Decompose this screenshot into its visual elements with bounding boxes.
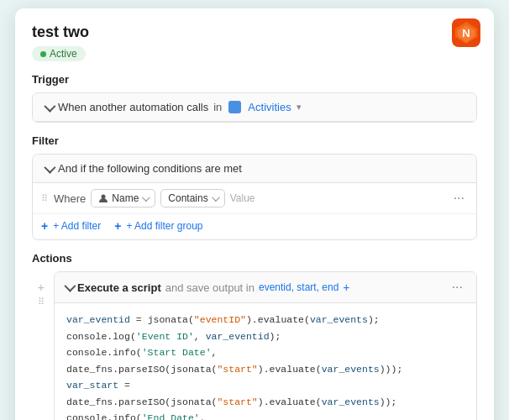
main-window: N test two Active Trigger When another a… [15, 8, 494, 420]
filter-body: ⠿ Where Name Contains Value ··· [33, 183, 476, 239]
activities-chevron-icon: ▾ [296, 102, 302, 113]
page-title: test two [32, 24, 477, 41]
add-filter-button[interactable]: + + Add filter [41, 220, 101, 232]
operator-chevron-icon [212, 193, 220, 202]
actions-cards: Execute a script and save output in even… [54, 271, 477, 420]
plus-icon: + [41, 220, 48, 232]
filter-add-row: + + Add filter + + Add filter group [33, 214, 476, 239]
trigger-header[interactable]: When another automation calls in Activit… [33, 93, 476, 122]
script-more-button[interactable]: ··· [449, 280, 466, 295]
app-icon: N [452, 18, 480, 47]
add-variable-button[interactable]: + [343, 281, 349, 294]
actions-left-icons: + ⠿ [32, 271, 50, 307]
trigger-card: When another automation calls in Activit… [32, 92, 477, 123]
script-header-left: Execute a script and save output in even… [65, 281, 350, 294]
filter-more-button[interactable]: ··· [450, 191, 468, 206]
field-select[interactable]: Name [91, 189, 155, 207]
trigger-chevron-icon [44, 100, 55, 112]
filter-row: ⠿ Where Name Contains Value ··· [33, 183, 476, 214]
script-output-vars: eventid, start, end [259, 281, 338, 293]
script-body[interactable]: var_eventid = jsonata("eventID").evaluat… [55, 303, 476, 420]
calendar-icon [228, 101, 241, 113]
add-action-side-button[interactable]: + [38, 280, 45, 294]
operator-select[interactable]: Contains [160, 189, 224, 207]
actions-outer: + ⠿ Execute a script and save output in … [32, 271, 477, 420]
code-line-1: var_eventid = jsonata("eventID").evaluat… [66, 312, 464, 328]
filter-chevron-icon [44, 161, 55, 173]
script-chevron-icon [64, 281, 76, 292]
field-chevron-icon [142, 193, 150, 202]
add-filter-group-button[interactable]: + + Add filter group [114, 220, 202, 232]
code-line-4: var_start = date_fns.parseISO(jsonata("s… [66, 377, 464, 410]
plus-group-icon: + [114, 220, 121, 232]
person-icon [98, 193, 108, 203]
trigger-section-title: Trigger [32, 73, 477, 86]
filter-value-input[interactable]: Value [230, 192, 445, 204]
actions-section-title: Actions [32, 252, 477, 265]
status-dot [40, 51, 46, 57]
drag-handle-icon[interactable]: ⠿ [41, 193, 49, 204]
code-line-5: console.info('End Date', date_fns.parseI… [66, 410, 464, 420]
svg-text:N: N [462, 27, 470, 39]
filter-section-title: Filter [32, 134, 477, 147]
activities-link[interactable]: Activities [248, 101, 291, 113]
code-line-3: console.info('Start Date', date_fns.pars… [66, 344, 464, 377]
script-action-card: Execute a script and save output in even… [54, 271, 477, 420]
filter-where-label: Where [54, 192, 86, 205]
code-line-2: console.log('Event ID', var_eventid); [66, 328, 464, 345]
script-action-header: Execute a script and save output in even… [55, 272, 476, 303]
filter-card: And if the following conditions are met … [32, 154, 477, 240]
drag-handle-actions-icon[interactable]: ⠿ [38, 297, 45, 307]
svg-point-4 [102, 195, 106, 199]
filter-header[interactable]: And if the following conditions are met [33, 155, 476, 183]
status-badge: Active [32, 46, 86, 61]
